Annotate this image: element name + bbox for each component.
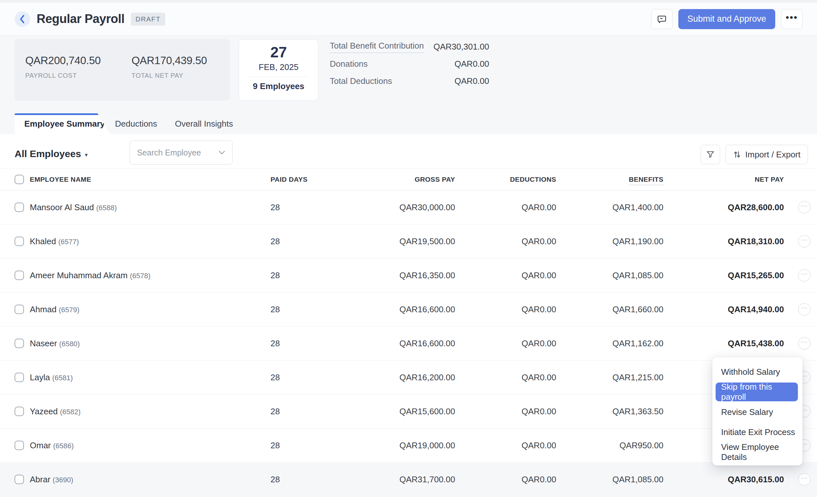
- row-checkbox[interactable]: [15, 305, 24, 314]
- employee-name-cell: Mansoor Al Saud(6588): [30, 202, 117, 212]
- menu-item-view-employee-details[interactable]: View Employee Details: [712, 442, 802, 462]
- paid-days-cell: 28: [270, 236, 280, 246]
- ellipsis-icon: •••: [786, 13, 798, 22]
- column-employee-name: EMPLOYEE NAME: [30, 176, 91, 183]
- menu-item-initiate-exit[interactable]: Initiate Exit Process: [712, 422, 802, 442]
- benefits-cell: QAR1,215.00: [612, 372, 663, 383]
- table-row[interactable]: Omar(6586) 28 QAR19,000.00 QAR0.00 QAR95…: [0, 429, 817, 463]
- stat-total-deductions: Total Deductions QAR0.00: [330, 73, 489, 90]
- net-pay-cell: QAR14,940.00: [728, 304, 784, 315]
- total-net-pay-value: QAR170,439.50: [132, 54, 207, 67]
- net-pay-cell: QAR15,438.00: [728, 338, 784, 349]
- row-checkbox[interactable]: [15, 407, 24, 416]
- total-net-pay-label: TOTAL NET PAY: [132, 72, 207, 79]
- employee-scope-dropdown[interactable]: All Employees ▾: [15, 148, 88, 159]
- row-actions-menu: Withhold Salary Skip from this payroll R…: [712, 357, 802, 465]
- row-actions-button[interactable]: ···: [798, 303, 811, 315]
- row-actions-button[interactable]: ···: [798, 337, 811, 349]
- gross-pay-cell: QAR19,000.00: [399, 441, 455, 451]
- table-row[interactable]: Abrar(3690) 28 QAR31,700.00 QAR0.00 QAR1…: [0, 463, 817, 497]
- table-toolbar-actions: Import / Export: [701, 145, 808, 164]
- paid-days-cell: 28: [270, 441, 280, 451]
- menu-item-skip-from-payroll[interactable]: Skip from this payroll: [716, 383, 798, 401]
- submit-approve-button[interactable]: Submit and Approve: [678, 9, 775, 29]
- benefits-cell: QAR1,162.00: [612, 338, 663, 349]
- menu-item-withhold-salary[interactable]: Withhold Salary: [712, 362, 802, 382]
- row-checkbox[interactable]: [15, 373, 24, 382]
- row-checkbox[interactable]: [15, 237, 24, 246]
- import-export-button[interactable]: Import / Export: [726, 145, 808, 164]
- row-actions-button[interactable]: ···: [798, 201, 811, 213]
- tab-deductions[interactable]: Deductions: [115, 113, 157, 134]
- paid-days-cell: 28: [270, 475, 280, 485]
- benefits-cell: QAR1,400.00: [612, 202, 663, 212]
- row-actions-button[interactable]: ···: [798, 473, 811, 486]
- back-chevron-icon: [19, 14, 26, 24]
- status-badge: DRAFT: [131, 13, 165, 26]
- employee-code: (6581): [52, 374, 73, 382]
- payroll-summary-card: QAR200,740.50 PAYROLL COST QAR170,439.50…: [15, 39, 230, 101]
- benefits-cell: QAR1,085.00: [612, 270, 663, 281]
- employee-name-cell: Khaled(6577): [30, 236, 79, 246]
- pay-date-card: 27 FEB, 2025 9 Employees: [239, 39, 318, 101]
- employee-scope-label: All Employees: [15, 148, 81, 159]
- net-pay-cell: QAR30,615.00: [728, 475, 784, 485]
- employee-summary-panel: All Employees ▾ Search Employee Import /…: [0, 134, 817, 504]
- table-row[interactable]: Ameer Muhammad Akram(6578) 28 QAR16,350.…: [0, 258, 817, 292]
- employee-name-cell: Abrar(3690): [30, 475, 73, 485]
- row-checkbox[interactable]: [15, 475, 24, 484]
- search-employee-select[interactable]: Search Employee: [130, 141, 233, 165]
- net-pay-cell: QAR28,600.00: [728, 202, 784, 212]
- column-gross-pay: GROSS PAY: [415, 176, 455, 183]
- row-actions-button[interactable]: ···: [798, 269, 811, 281]
- net-pay-cell: QAR15,265.00: [728, 270, 784, 281]
- tab-employee-summary[interactable]: Employee Summary: [15, 113, 110, 134]
- comments-button[interactable]: [651, 9, 673, 29]
- deductions-cell: QAR0.00: [522, 270, 556, 281]
- employee-name-cell: Ameer Muhammad Akram(6578): [30, 270, 151, 281]
- employee-code: (6578): [130, 272, 151, 280]
- stat-value: QAR30,301.00: [433, 42, 489, 52]
- gross-pay-cell: QAR31,700.00: [399, 475, 455, 485]
- filter-button[interactable]: [701, 145, 720, 164]
- gross-pay-cell: QAR16,600.00: [399, 304, 455, 315]
- app-bar-actions: Submit and Approve •••: [651, 9, 802, 29]
- filter-funnel-icon: [706, 150, 715, 159]
- table-row[interactable]: Naseer(6580) 28 QAR16,600.00 QAR0.00 QAR…: [0, 326, 817, 361]
- more-actions-button[interactable]: •••: [781, 9, 802, 29]
- stat-donations: Donations QAR0.00: [330, 55, 489, 73]
- caret-down-icon: ▾: [85, 152, 88, 158]
- stat-label: Total Deductions: [330, 76, 392, 86]
- totals-stats: Total Benefit Contribution QAR30,301.00 …: [330, 38, 489, 90]
- select-all-checkbox[interactable]: [15, 175, 24, 184]
- deductions-cell: QAR0.00: [522, 441, 556, 451]
- table-header: EMPLOYEE NAME PAID DAYS GROSS PAY DEDUCT…: [0, 168, 817, 190]
- pay-date-month-year: FEB, 2025: [239, 62, 318, 72]
- active-tab-indicator: [15, 113, 99, 115]
- deductions-cell: QAR0.00: [522, 372, 556, 383]
- row-checkbox[interactable]: [15, 271, 24, 280]
- employee-code: (6588): [96, 204, 117, 212]
- paid-days-cell: 28: [270, 338, 280, 349]
- table-row[interactable]: Layla(6581) 28 QAR16,200.00 QAR0.00 QAR1…: [0, 361, 817, 395]
- tab-overall-insights[interactable]: Overall Insights: [175, 113, 233, 134]
- table-row[interactable]: Mansoor Al Saud(6588) 28 QAR30,000.00 QA…: [0, 190, 817, 224]
- table-row[interactable]: Ahmad(6579) 28 QAR16,600.00 QAR0.00 QAR1…: [0, 292, 817, 326]
- row-checkbox[interactable]: [15, 203, 24, 212]
- top-strip: [0, 0, 817, 3]
- payroll-run-page: Regular Payroll DRAFT Submit and Approve…: [0, 0, 817, 504]
- employee-name-cell: Yazeed(6582): [30, 407, 81, 417]
- table-row[interactable]: Khaled(6577) 28 QAR19,500.00 QAR0.00 QAR…: [0, 224, 817, 258]
- total-net-pay-metric: QAR170,439.50 TOTAL NET PAY: [132, 54, 207, 79]
- menu-item-revise-salary[interactable]: Revise Salary: [712, 402, 802, 422]
- stat-value: QAR0.00: [455, 76, 489, 86]
- table-row[interactable]: Yazeed(6582) 28 QAR15,600.00 QAR0.00 QAR…: [0, 395, 817, 429]
- row-checkbox[interactable]: [15, 441, 24, 450]
- row-checkbox[interactable]: [15, 339, 24, 348]
- comment-icon: [657, 14, 667, 24]
- stat-label: Donations: [330, 59, 368, 69]
- benefits-cell: QAR1,363.50: [612, 407, 663, 417]
- back-button[interactable]: [15, 11, 30, 27]
- paid-days-cell: 28: [270, 304, 280, 315]
- row-actions-button[interactable]: ···: [798, 235, 811, 247]
